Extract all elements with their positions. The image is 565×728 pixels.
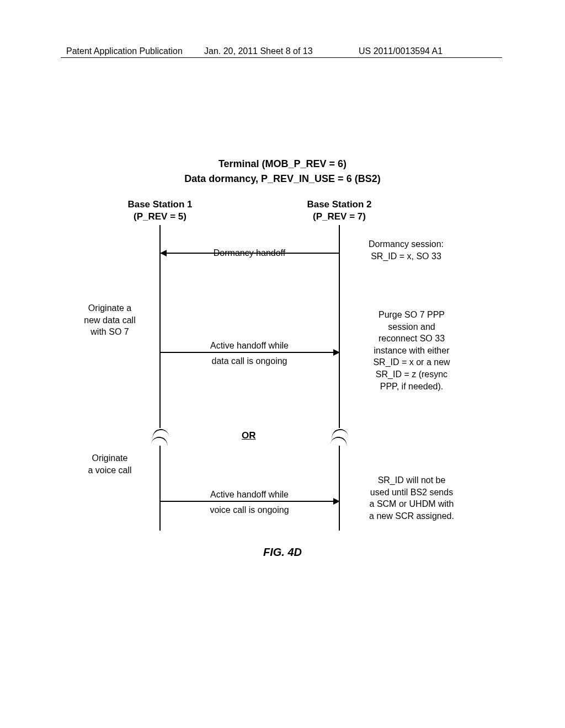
header-center: Jan. 20, 2011 Sheet 8 of 13: [204, 46, 313, 56]
header-rule: [61, 57, 502, 58]
title-line-1: Terminal (MOB_P_REV = 6): [0, 157, 565, 172]
base-station-1-label: Base Station 1 (P_REV = 5): [113, 199, 207, 223]
note-originate-voice-call: Originatea voice call: [66, 452, 154, 476]
msg-active-handoff-data-l2: data call is ongoing: [159, 355, 339, 367]
msg-active-handoff-voice-l2: voice call is ongoing: [159, 504, 339, 516]
or-label: OR: [242, 430, 256, 441]
arrow-active-handoff-data: [161, 352, 333, 353]
arrow-active-handoff-voice: [161, 501, 333, 502]
diagram-title: Terminal (MOB_P_REV = 6) Data dormancy, …: [0, 157, 565, 186]
msg-active-handoff-voice-l1: Active handoff while: [159, 489, 339, 501]
lifeline-break-bs2: [331, 429, 348, 449]
note-purge-ppp: Purge SO 7 PPPsession andreconnect SO 33…: [351, 309, 472, 392]
lifeline-bs2-lower: [339, 446, 340, 531]
lifeline-bs1-lower: [159, 446, 161, 531]
title-line-2: Data dormancy, P_REV_IN_USE = 6 (BS2): [0, 172, 565, 186]
bs1-rev: (P_REV = 5): [113, 211, 207, 223]
msg-active-handoff-data-l1: Active handoff while: [159, 340, 339, 352]
bs2-rev: (P_REV = 7): [292, 211, 386, 223]
bs2-name: Base Station 2: [292, 199, 386, 211]
header-left: Patent Application Publication: [66, 46, 183, 56]
header-right: US 2011/0013594 A1: [359, 46, 443, 56]
page-root: Patent Application Publication Jan. 20, …: [0, 0, 565, 728]
msg-dormancy-handoff-label: Dormancy handoff: [159, 247, 339, 259]
bs1-name: Base Station 1: [113, 199, 207, 211]
note-sr-id-not-used: SR_ID will not beused until BS2 sendsa S…: [351, 474, 472, 522]
note-originate-data-call: Originate anew data callwith SO 7: [66, 302, 154, 338]
base-station-2-label: Base Station 2 (P_REV = 7): [292, 199, 386, 223]
note-dormancy-session: Dormancy session:SR_ID = x, SO 33: [351, 238, 461, 262]
figure-label: FIG. 4D: [0, 546, 565, 559]
lifeline-break-bs1: [152, 429, 168, 449]
